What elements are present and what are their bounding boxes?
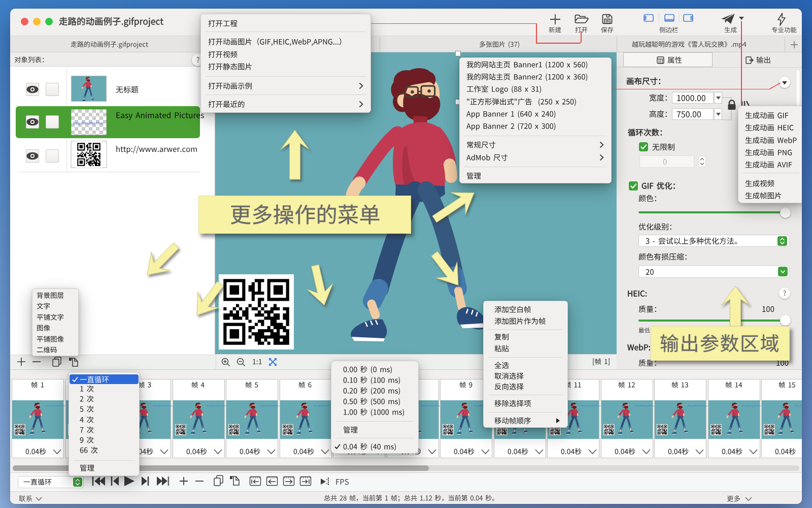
svg-text:Easy Animated Pictures: Easy Animated Pictures bbox=[795, 404, 802, 407]
svg-text:Easy Animated Pictu: Easy Animated Pictu bbox=[73, 121, 104, 125]
